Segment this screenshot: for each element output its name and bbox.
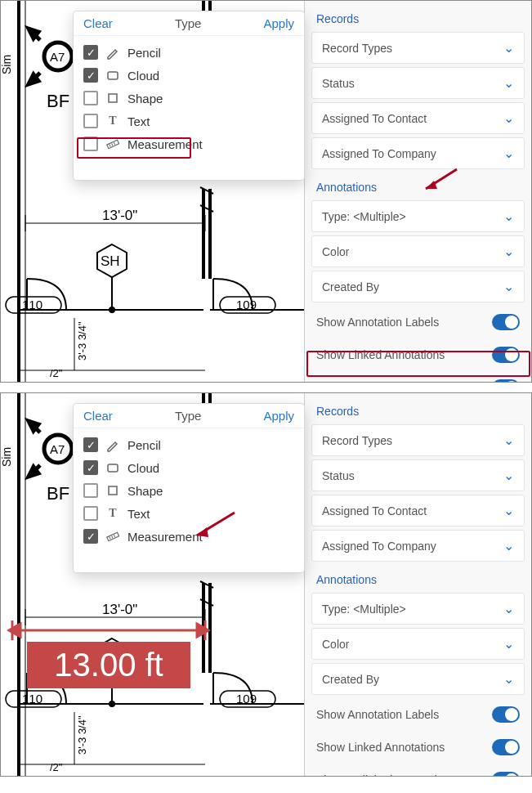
toggle-label: Show Unlinked Annotations [316,773,455,777]
svg-rect-35 [109,94,117,102]
type-row-text[interactable]: T Text [80,502,297,525]
show-annotation-labels-toggle[interactable] [492,706,520,723]
checkbox-pencil[interactable]: ✓ [83,45,98,60]
type-row-shape[interactable]: Shape [80,87,297,110]
show-unlinked-row: Show Unlinked Annotations [305,371,531,383]
chevron-down-icon: ⌄ [503,40,514,56]
record-types-row[interactable]: Record Types ⌄ [311,32,525,64]
popup-title: Type [175,16,202,30]
row-label: Created By [322,280,379,293]
chevron-down-icon: ⌄ [503,244,514,259]
type-row-measurement[interactable]: Measurement [80,132,297,155]
record-types-row[interactable]: Record Types ⌄ [311,424,525,456]
svg-text:110: 110 [22,692,42,706]
svg-text:SH: SH [101,253,120,269]
clear-button[interactable]: Clear [83,16,113,30]
type-row-pencil[interactable]: ✓ Pencil [80,41,297,64]
apply-button[interactable]: Apply [263,16,294,30]
svg-text:/2": /2" [50,367,63,379]
svg-line-37 [110,145,110,147]
svg-point-21 [109,307,115,313]
type-row-text[interactable]: T Text [80,110,297,132]
svg-text:13'-0": 13'-0" [102,208,137,223]
color-row[interactable]: Color ⌄ [311,235,525,267]
svg-rect-83 [107,532,119,540]
type-row-measurement[interactable]: ✓ Measurement [80,525,297,548]
svg-text:3'-3 3/4": 3'-3 3/4" [76,715,88,755]
filter-sidebar: Records Record Types ⌄ Status ⌄ Assigned… [304,1,531,382]
assigned-company-row[interactable]: Assigned To Company ⌄ [311,530,525,562]
shape-icon [105,91,121,105]
row-label: Assigned To Company [322,147,436,160]
type-label: Text [127,114,150,128]
svg-text:Sim: Sim [1,447,13,467]
svg-rect-34 [108,72,118,79]
status-row[interactable]: Status ⌄ [311,459,525,491]
records-heading: Records [305,396,531,424]
text-icon: T [105,507,121,520]
svg-text:BF: BF [47,483,69,504]
ruler-icon [105,529,121,544]
type-row-pencil[interactable]: ✓ Pencil [80,433,297,456]
toggle-label: Show Linked Annotations [316,348,445,361]
svg-text:110: 110 [22,298,42,311]
chevron-down-icon: ⌄ [503,468,514,483]
apply-button[interactable]: Apply [263,409,294,423]
type-row-cloud[interactable]: ✓ Cloud [80,456,297,479]
checkbox-measurement[interactable]: ✓ [83,529,98,544]
type-label: Measurement [127,137,203,151]
measurement-value-badge: 13.00 ft [27,642,190,688]
type-label: Cloud [127,69,159,83]
type-row-shape[interactable]: Shape [80,479,297,502]
assigned-company-row[interactable]: Assigned To Company ⌄ [311,137,525,169]
created-by-row[interactable]: Created By ⌄ [311,663,525,695]
checkbox-pencil[interactable]: ✓ [83,437,98,452]
color-row[interactable]: Color ⌄ [311,628,525,660]
row-label: Record Types [322,42,392,55]
checkbox-text[interactable] [83,506,98,521]
assigned-contact-row[interactable]: Assigned To Contact ⌄ [311,102,525,134]
checkbox-text[interactable] [83,114,98,128]
show-unlinked-toggle[interactable] [492,772,520,777]
chevron-down-icon: ⌄ [503,636,514,652]
show-annotation-labels-toggle[interactable] [492,314,520,330]
screenshot-before: Sim A7 BF 13'-0" SH 110 109 3'-3 3/4" /2… [0,0,532,383]
row-label: Type: <Multiple> [322,603,406,616]
checkbox-shape[interactable] [83,91,98,105]
svg-rect-81 [108,464,118,472]
row-label: Record Types [322,434,392,447]
chevron-down-icon: ⌄ [503,110,514,126]
chevron-down-icon: ⌄ [503,538,514,553]
status-row[interactable]: Status ⌄ [311,67,525,99]
checkbox-measurement[interactable] [83,137,98,151]
show-unlinked-toggle[interactable] [492,379,520,383]
type-label: Measurement [127,530,203,544]
type-label: Shape [127,92,163,105]
svg-text:A7: A7 [50,442,65,456]
type-row-cloud[interactable]: ✓ Cloud [80,64,297,87]
show-linked-toggle[interactable] [492,739,520,755]
toggle-label: Show Unlinked Annotations [316,381,455,383]
type-multiple-row[interactable]: Type: <Multiple> ⌄ [311,200,525,232]
cloud-icon [105,460,121,475]
clear-button[interactable]: Clear [83,409,113,423]
type-label: Text [127,507,150,521]
row-label: Assigned To Contact [322,112,427,125]
checkbox-cloud[interactable]: ✓ [83,460,98,475]
row-label: Status [322,77,355,90]
show-linked-toggle[interactable] [492,347,520,363]
pencil-icon [105,437,121,452]
row-label: Color [322,245,349,258]
type-multiple-row[interactable]: Type: <Multiple> ⌄ [311,593,525,625]
type-filter-popup: Clear Type Apply ✓ Pencil ✓ Cloud Shape [73,11,305,181]
annotations-heading: Annotations [305,565,531,593]
svg-text:Sim: Sim [1,55,13,74]
assigned-contact-row[interactable]: Assigned To Contact ⌄ [311,495,525,526]
created-by-row[interactable]: Created By ⌄ [311,271,525,302]
row-label: Assigned To Company [322,540,436,553]
row-label: Assigned To Contact [322,504,427,517]
checkbox-shape[interactable] [83,483,98,498]
svg-text:109: 109 [236,692,257,706]
row-label: Status [322,469,355,482]
checkbox-cloud[interactable]: ✓ [83,68,98,83]
